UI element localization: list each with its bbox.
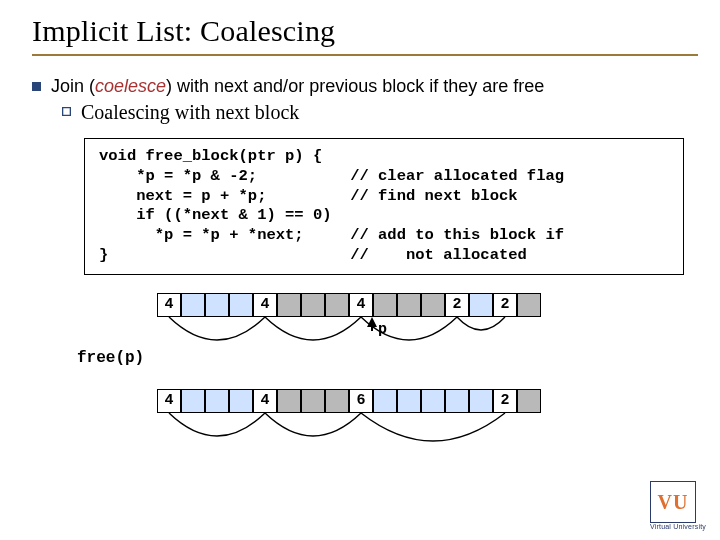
heap-cell: 4 (253, 389, 277, 413)
page-title: Implicit List: Coalescing (32, 14, 698, 56)
logo-subtitle: Virtual University (650, 523, 706, 530)
bullet-level1: Join (coelesce) with next and/or previou… (32, 76, 698, 97)
text: Join ( (51, 76, 95, 96)
heap-cell (205, 293, 229, 317)
bullet-level2: Coalescing with next block (62, 101, 698, 124)
heap-cell (229, 389, 253, 413)
logo-text: VU (658, 491, 689, 514)
logo: VU Virtual University (650, 481, 706, 530)
text: ) with next and/or previous block if the… (166, 76, 544, 96)
arrow-up-icon (366, 317, 378, 335)
heap-cell: 2 (493, 389, 517, 413)
heap-before: p 44422 (157, 293, 657, 319)
heap-cell (517, 293, 541, 317)
heap-cell (373, 389, 397, 413)
heap-cell: 2 (445, 293, 469, 317)
heap-cell (181, 389, 205, 413)
heap-cell (277, 293, 301, 317)
heap-cell (397, 389, 421, 413)
bullet-text: Join (coelesce) with next and/or previou… (51, 76, 544, 97)
heap-cell (277, 389, 301, 413)
heap-cell: 4 (157, 389, 181, 413)
heap-cell (205, 389, 229, 413)
heap-cell (325, 293, 349, 317)
logo-box: VU (650, 481, 696, 523)
hollow-square-bullet-icon (62, 107, 71, 116)
square-bullet-icon (32, 82, 41, 91)
pointer-label: p (378, 321, 387, 338)
heap-cell (301, 389, 325, 413)
arcs-after (157, 411, 657, 461)
heap-cell (181, 293, 205, 317)
slide: Implicit List: Coalescing Join (coelesce… (0, 0, 720, 540)
heap-cell: 2 (493, 293, 517, 317)
heap-cell (469, 389, 493, 413)
heap-after: 4462 (157, 389, 657, 415)
heap-cell (229, 293, 253, 317)
arcs-before (157, 315, 657, 365)
heap-cell (421, 293, 445, 317)
heap-cell: 4 (253, 293, 277, 317)
heap-cell: 4 (349, 293, 373, 317)
heap-cell: 4 (157, 293, 181, 317)
heap-cell (397, 293, 421, 317)
code-block: void free_block(ptr p) { *p = *p & -2; /… (84, 138, 684, 275)
heap-cell (517, 389, 541, 413)
heap-cell (421, 389, 445, 413)
heap-cell (325, 389, 349, 413)
heap-cell (469, 293, 493, 317)
heap-cell (373, 293, 397, 317)
heap-cell (445, 389, 469, 413)
heap-cell: 6 (349, 389, 373, 413)
emphasis: coelesce (95, 76, 166, 96)
heap-cell (301, 293, 325, 317)
bullet-text: Coalescing with next block (81, 101, 299, 124)
